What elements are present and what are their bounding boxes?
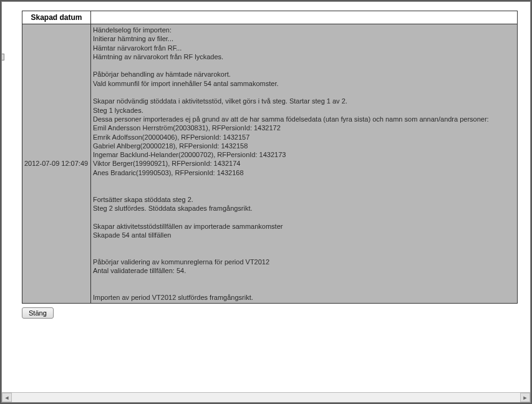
table-header-row: Skapad datum bbox=[22, 11, 518, 24]
cell-log-text: Händelselog för importen: Initierar hämt… bbox=[91, 24, 518, 304]
scroll-track[interactable] bbox=[12, 393, 520, 402]
table-row: 2012-07-09 12:07:49 Händelselog för impo… bbox=[22, 24, 518, 304]
header-created-date: Skapad datum bbox=[22, 11, 91, 24]
header-log bbox=[91, 11, 518, 24]
scroll-left-arrow-icon[interactable]: ◄ bbox=[2, 393, 12, 402]
content-scroll-area[interactable]: Skapad datum 2012-07-09 12:07:49 Händels… bbox=[2, 2, 530, 392]
dialog-frame: Skapad datum 2012-07-09 12:07:49 Händels… bbox=[1, 1, 531, 403]
cell-timestamp: 2012-07-09 12:07:49 bbox=[22, 24, 91, 304]
horizontal-scrollbar[interactable]: ◄ ► bbox=[2, 392, 530, 402]
close-button-wrap: Stäng bbox=[22, 307, 518, 319]
import-log-table: Skapad datum 2012-07-09 12:07:49 Händels… bbox=[22, 11, 518, 304]
scroll-right-arrow-icon[interactable]: ► bbox=[520, 393, 530, 402]
close-button[interactable]: Stäng bbox=[22, 307, 54, 319]
content-wrap: Skapad datum 2012-07-09 12:07:49 Händels… bbox=[2, 2, 530, 325]
